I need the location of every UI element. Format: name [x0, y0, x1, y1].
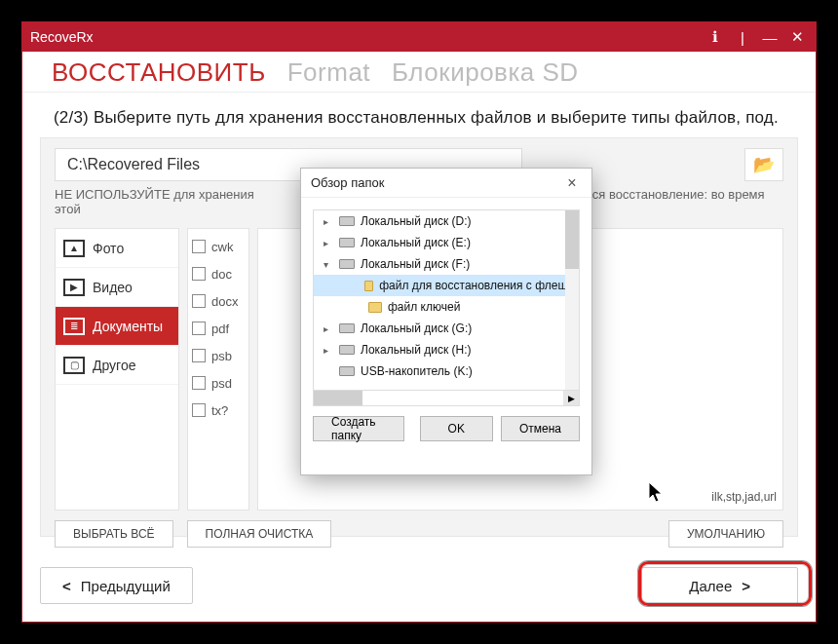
tab-lock[interactable]: Блокировка SD	[392, 57, 579, 92]
prev-button[interactable]: < Предыдущий	[40, 567, 193, 604]
prev-label: Предыдущий	[81, 578, 171, 594]
expand-toggle[interactable]: ▾	[324, 259, 333, 270]
tree-node-label: Локальный диск (D:)	[361, 214, 472, 228]
category-documents[interactable]: ≣ Документы	[56, 307, 178, 346]
tree-node-label: Локальный диск (H:)	[361, 343, 472, 357]
tree-node-label: Локальный диск (E:)	[361, 236, 471, 249]
right-extensions-text: ilk,stp,jad,url	[711, 490, 777, 504]
tree-node-label: Локальный диск (G:)	[361, 322, 472, 335]
footer: < Предыдущий Далее >	[40, 561, 798, 610]
tree-drive-node[interactable]: USB-накопитель (K:)	[314, 360, 579, 382]
expand-toggle[interactable]: ▸	[324, 216, 333, 227]
dialog-close-button[interactable]: ×	[562, 173, 582, 193]
drive-icon	[339, 259, 355, 269]
expand-toggle[interactable]: ▸	[324, 238, 333, 248]
tree-node-label: файл для восстановления с флешки	[379, 279, 579, 292]
tab-recover[interactable]: ВОССТАНОВИТЬ	[52, 57, 266, 92]
tabs: ВОССТАНОВИТЬ Format Блокировка SD	[22, 52, 816, 93]
ext-checkbox[interactable]	[192, 240, 206, 253]
extensions-column: cwkdocdocxpdfpsbpsdtx?	[187, 228, 249, 511]
chevron-right-icon: >	[742, 578, 750, 594]
tree-node-label: Локальный диск (F:)	[361, 257, 470, 271]
defaults-button[interactable]: УМОЛЧАНИЮ	[668, 520, 783, 548]
ext-item[interactable]: cwk	[192, 233, 245, 260]
drive-icon	[339, 238, 355, 247]
documents-icon: ≣	[63, 318, 85, 335]
dialog-buttons: Создать папку OK Отмена	[301, 406, 591, 451]
tree-drive-node[interactable]: ▾Локальный диск (F:)	[314, 253, 579, 275]
photo-icon: ▲	[63, 240, 85, 257]
hscroll-right-arrow[interactable]: ▶	[563, 391, 579, 405]
bottom-buttons: ВЫБРАТЬ ВСЁ ПОЛНАЯ ОЧИСТКА УМОЛЧАНИЮ	[55, 520, 783, 548]
video-icon: ▶	[63, 279, 85, 296]
tree-scrollbar-thumb[interactable]	[565, 210, 579, 269]
ext-item[interactable]: psb	[192, 342, 245, 369]
ext-checkbox[interactable]	[192, 294, 206, 308]
ext-label: cwk	[211, 240, 233, 254]
cancel-button[interactable]: Отмена	[501, 416, 580, 441]
tree-drive-node[interactable]: ▸Локальный диск (G:)	[314, 318, 579, 339]
tree-node-label: USB-накопитель (K:)	[361, 364, 473, 378]
category-other[interactable]: ▢ Другое	[56, 346, 178, 385]
drive-icon	[339, 366, 355, 376]
ext-item[interactable]: psd	[192, 369, 245, 397]
ok-button[interactable]: OK	[420, 416, 493, 441]
ext-item[interactable]: docx	[192, 287, 245, 315]
drive-icon	[339, 323, 355, 333]
full-clear-button[interactable]: ПОЛНАЯ ОЧИСТКА	[187, 520, 332, 548]
other-icon: ▢	[63, 357, 85, 374]
next-button[interactable]: Далее >	[641, 567, 798, 604]
next-label: Далее	[689, 578, 732, 594]
tab-format[interactable]: Format	[287, 57, 370, 92]
ext-item[interactable]: tx?	[192, 397, 245, 424]
ext-label: psd	[211, 376, 232, 391]
tree-scrollbar[interactable]	[565, 210, 579, 390]
tree-drive-node[interactable]: ▸Локальный диск (E:)	[314, 232, 579, 253]
category-photo[interactable]: ▲ Фото	[56, 229, 178, 268]
info-icon[interactable]: ℹ	[705, 26, 726, 48]
tree-drive-node[interactable]: ▸Локальный диск (H:)	[314, 339, 579, 360]
minimize-button[interactable]: —	[759, 26, 781, 48]
tree-folder-node[interactable]: файл ключей	[314, 296, 579, 318]
folder-open-icon: 📂	[753, 154, 775, 175]
ext-item[interactable]: pdf	[192, 315, 245, 342]
folder-tree[interactable]: ▸Локальный диск (D:)▸Локальный диск (E:)…	[313, 209, 580, 391]
mouse-cursor-icon	[648, 481, 666, 505]
ext-label: docx	[211, 294, 238, 309]
tree-node-label: файл ключей	[388, 300, 460, 314]
ext-label: psb	[211, 349, 232, 363]
new-folder-button[interactable]: Создать папку	[313, 416, 404, 441]
ext-checkbox[interactable]	[192, 403, 206, 417]
divider-icon: |	[732, 26, 753, 48]
ext-label: tx?	[211, 403, 228, 418]
category-label: Видео	[93, 280, 133, 295]
titlebar: RecoveRx ℹ | — ✕	[22, 22, 816, 52]
tree-folder-node[interactable]: файл для восстановления с флешки	[314, 275, 579, 296]
folder-icon	[364, 281, 373, 291]
category-list: ▲ Фото ▶ Видео ≣ Документы ▢ Другое	[55, 228, 179, 511]
dialog-titlebar: Обзор папок ×	[301, 169, 591, 198]
ext-item[interactable]: doc	[192, 260, 245, 287]
expand-toggle[interactable]: ▸	[324, 345, 333, 356]
ext-label: doc	[211, 267, 232, 282]
ext-checkbox[interactable]	[192, 349, 206, 362]
tree-hscroll[interactable]: ▶	[313, 391, 580, 406]
ext-label: pdf	[211, 322, 229, 336]
category-video[interactable]: ▶ Видео	[56, 268, 178, 307]
tree-drive-node[interactable]: ▸Локальный диск (D:)	[314, 210, 579, 232]
expand-toggle[interactable]: ▸	[324, 323, 333, 334]
titlebar-controls: ℹ | — ✕	[705, 26, 808, 48]
close-button[interactable]: ✕	[786, 26, 808, 48]
app-title: RecoveRx	[30, 29, 705, 45]
drive-icon	[339, 345, 355, 355]
browse-button[interactable]: 📂	[744, 148, 783, 181]
hscroll-thumb[interactable]	[314, 391, 362, 405]
ext-checkbox[interactable]	[192, 322, 206, 335]
ext-checkbox[interactable]	[192, 376, 206, 390]
ext-checkbox[interactable]	[192, 267, 206, 281]
drive-icon	[339, 216, 355, 226]
folder-browse-dialog: Обзор папок × ▸Локальный диск (D:)▸Локал…	[300, 168, 592, 475]
category-label: Фото	[93, 241, 124, 256]
chevron-left-icon: <	[62, 578, 71, 594]
select-all-button[interactable]: ВЫБРАТЬ ВСЁ	[55, 520, 173, 548]
